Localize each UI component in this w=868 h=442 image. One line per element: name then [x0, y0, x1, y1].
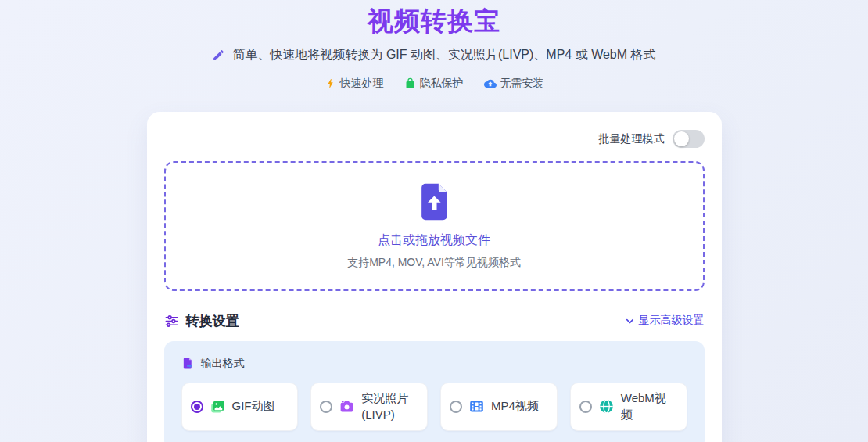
lightning-icon — [325, 77, 336, 89]
batch-mode-row: 批量处理模式 — [164, 129, 705, 149]
format-options: GIF动图 实况照片 (LIVP) — [181, 383, 687, 431]
badge-fast-label: 快速处理 — [340, 77, 384, 91]
pencil-icon — [212, 49, 225, 62]
radio-livp[interactable] — [320, 401, 332, 413]
toggle-knob — [674, 131, 689, 146]
badge-no-install-label: 无需安装 — [500, 77, 544, 91]
file-export-icon — [181, 357, 195, 370]
globe-icon — [598, 398, 615, 415]
advanced-settings-toggle[interactable]: 显示高级设置 — [624, 314, 705, 328]
format-label-livp: 实况照片 (LIVP) — [361, 390, 418, 422]
lock-icon — [404, 77, 416, 89]
hero-header: 视频转换宝 简单、快速地将视频转换为 GIF 动图、实况照片(LIVP)、MP4… — [0, 0, 868, 91]
badge-fast: 快速处理 — [325, 77, 384, 91]
file-upload-icon — [418, 182, 450, 221]
format-option-webm[interactable]: WebM视频 — [570, 383, 687, 431]
chevron-down-icon — [624, 315, 636, 327]
batch-mode-label: 批量处理模式 — [599, 132, 665, 146]
output-format-label: 输出格式 — [201, 357, 245, 371]
output-format-label-row: 输出格式 — [181, 357, 687, 371]
format-label-webm: WebM视频 — [621, 390, 678, 422]
radio-mp4[interactable] — [450, 401, 462, 413]
settings-title-group: 转换设置 — [164, 312, 239, 330]
image-icon — [210, 398, 226, 415]
cloud-upload-icon — [484, 77, 497, 90]
badge-privacy-label: 隐私保护 — [420, 77, 464, 91]
format-label-gif: GIF动图 — [232, 398, 275, 414]
page-subtitle-row: 简单、快速地将视频转换为 GIF 动图、实况照片(LIVP)、MP4 或 Web… — [0, 47, 868, 63]
page-subtitle: 简单、快速地将视频转换为 GIF 动图、实况照片(LIVP)、MP4 或 Web… — [232, 47, 655, 63]
settings-section-header: 转换设置 显示高级设置 — [164, 312, 705, 330]
sliders-icon — [164, 314, 179, 329]
badge-privacy: 隐私保护 — [404, 77, 464, 91]
format-label-mp4: MP4视频 — [491, 398, 539, 414]
format-option-gif[interactable]: GIF动图 — [181, 383, 299, 431]
film-icon — [468, 398, 485, 415]
format-option-mp4[interactable]: MP4视频 — [440, 383, 558, 431]
dropzone-title: 点击或拖放视频文件 — [378, 232, 490, 249]
upload-dropzone[interactable]: 点击或拖放视频文件 支持MP4, MOV, AVI等常见视频格式 — [164, 161, 705, 291]
feature-badges: 快速处理 隐私保护 无需安装 — [0, 77, 868, 91]
radio-webm[interactable] — [579, 401, 592, 413]
settings-section-title: 转换设置 — [186, 312, 239, 330]
dropzone-hint: 支持MP4, MOV, AVI等常见视频格式 — [347, 256, 521, 270]
page-title: 视频转换宝 — [0, 5, 868, 37]
advanced-settings-label: 显示高级设置 — [639, 314, 705, 328]
format-option-livp[interactable]: 实况照片 (LIVP) — [310, 383, 428, 431]
camera-icon — [339, 398, 355, 415]
main-card: 批量处理模式 点击或拖放视频文件 支持MP4, MOV, AVI等常见视频格式 … — [147, 112, 722, 442]
output-format-panel: 输出格式 GIF动图 — [164, 341, 705, 442]
batch-mode-toggle[interactable] — [673, 130, 705, 148]
radio-gif[interactable] — [191, 401, 203, 413]
badge-no-install: 无需安装 — [484, 77, 544, 91]
